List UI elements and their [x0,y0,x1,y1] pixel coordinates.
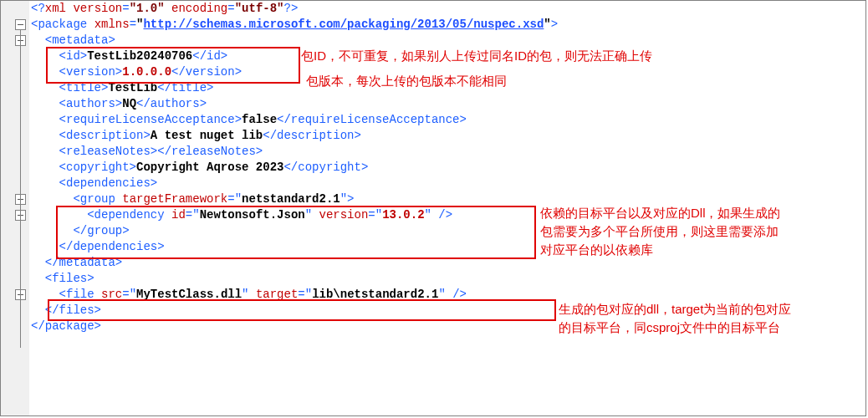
code-line: <releaseNotes></releaseNotes> [29,144,865,160]
annotation-text-dep2: 包需要为多个平台所使用，则这里需要添加 [540,222,779,241]
fold-toggle[interactable] [15,19,26,30]
annotation-text-ver: 包版本，每次上传的包版本不能相同 [306,72,507,90]
code-line: <authors>NQ</authors> [29,96,865,112]
code-line: <package xmlns="http://schemas.microsoft… [29,17,865,33]
annotation-text-dep1: 依赖的目标平台以及对应的Dll，如果生成的 [540,204,781,222]
code-line: <dependencies> [29,176,865,191]
code-line: <?xml version="1.0" encoding="utf-8"?> [29,1,865,17]
code-line: <copyright>Copyright Aqrose 2023</copyri… [29,160,865,176]
annotation-text-dep3: 对应平台的以依赖库 [540,241,653,259]
code-line: <files> [29,271,865,287]
annotation-text-file2: 的目标平台，同csproj文件中的目标平台 [559,319,780,337]
annotation-text-id: 包ID，不可重复，如果别人上传过同名ID的包，则无法正确上传 [301,47,652,65]
code-line: </metadata> [29,255,865,271]
code-editor: <?xml version="1.0" encoding="utf-8"?> <… [0,0,866,416]
fold-bar [20,30,21,348]
gutter [1,1,29,415]
code-line: <description>A test nuget lib</descripti… [29,128,865,144]
code-line: </dependencies> [29,239,865,255]
code-line: <requireLicenseAcceptance>false</require… [29,112,865,128]
svg-rect-0 [18,24,23,25]
annotation-text-file1: 生成的包对应的dll，target为当前的包对应 [559,300,791,319]
